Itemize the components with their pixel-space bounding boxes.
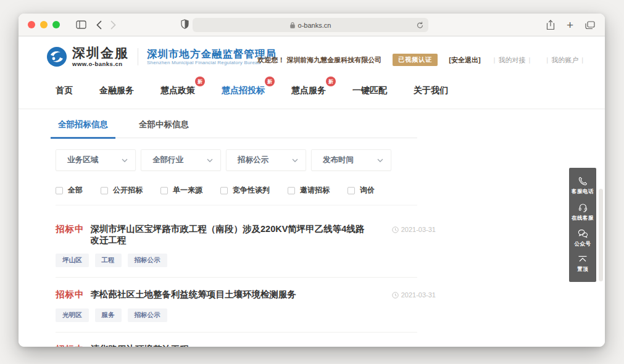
my-docking-label: 我的对接 (498, 56, 525, 65)
chevron-down-icon (122, 159, 128, 162)
browser-window: o-banks.cn + (19, 14, 605, 347)
new-badge: 新 (326, 77, 336, 86)
clock-icon (392, 226, 399, 233)
nav-item-tenders[interactable]: 慧点招投标新 (222, 85, 265, 96)
checkbox-invited-tender[interactable]: 邀请招标 (288, 185, 330, 196)
publish-date: 2021-03-31 (392, 226, 436, 233)
tag-category: 工程 (95, 254, 122, 267)
online-service-button[interactable]: 在线客服 (572, 203, 594, 222)
my-account-label: 我的账户 (551, 56, 578, 65)
nav-item-one-click-match[interactable]: 一键匹配 (352, 85, 387, 96)
logout-link[interactable]: [安全退出] (449, 56, 480, 65)
back-to-top-label: 置顶 (577, 266, 588, 273)
tag-district: 坪山区 (56, 254, 89, 267)
zoom-window-button[interactable] (52, 21, 60, 28)
checkbox-icon (160, 187, 168, 194)
filter-divider (56, 205, 417, 205)
phone-icon (578, 176, 588, 186)
site-header: 深圳金服 www.o-banks.cn 深圳市地方金融监督管理局 Shenzhe… (46, 46, 586, 78)
divider: | (581, 56, 583, 64)
my-account-link[interactable]: | 我的账户 | (543, 56, 586, 65)
back-to-top-button[interactable]: 置顶 (577, 255, 588, 273)
new-badge: 新 (265, 77, 275, 86)
headset-icon (578, 203, 588, 212)
logo-url: www.o-banks.cn (72, 60, 129, 67)
address-bar[interactable]: o-banks.cn (193, 18, 428, 32)
forward-button[interactable] (110, 20, 116, 30)
tag-category: 服务 (95, 308, 122, 322)
nav-item-services[interactable]: 慧点服务新 (291, 85, 326, 96)
clock-icon (392, 292, 399, 299)
filter-bar: 业务区域 全部行业 招标公示 发布时间 (56, 149, 391, 171)
chevron-down-icon (292, 159, 298, 162)
close-window-button[interactable] (28, 21, 35, 28)
new-badge: 新 (195, 77, 205, 86)
wechat-official-label: 公众号 (575, 241, 591, 248)
my-docking-link[interactable]: | 我的对接 | (491, 56, 534, 65)
tab-overview-icon[interactable] (585, 21, 595, 30)
tender-type-filters: 全部 公开招标 单一来源 竞争性谈判 邀请招标 询价 (56, 185, 375, 196)
checkbox-icon (288, 187, 295, 194)
nav-item-policy[interactable]: 慧点政策新 (160, 85, 195, 96)
dropdown-publish-time[interactable]: 发布时间 (311, 149, 391, 171)
dropdown-announcement-type[interactable]: 招标公示 (226, 149, 306, 171)
checkbox-competitive-negotiation[interactable]: 竞争性谈判 (220, 185, 270, 196)
tender-title-link[interactable]: 深圳市坪山区宝坪路市政工程（南段）涉及220KV简坪甲乙线等4线路改迁工程 (91, 223, 368, 246)
nav-item-financial-services[interactable]: 金融服务 (99, 85, 134, 96)
service-phone-label: 客服电话 (572, 188, 594, 196)
nav-item-home[interactable]: 首页 (56, 85, 73, 96)
status-badge: 招标中 (56, 223, 85, 235)
tender-title-link[interactable]: 清华路周边环境整治工程 (91, 344, 189, 347)
checkbox-open-tender[interactable]: 公开招标 (101, 185, 143, 196)
tab-all-tender-info[interactable]: 全部招标信息 (56, 115, 110, 138)
tag-district: 光明区 (56, 308, 89, 322)
logo-text: 深圳金服 (72, 46, 129, 60)
tag-row: 坪山区 工程 招标公示 (56, 254, 417, 267)
new-tab-button[interactable]: + (567, 19, 573, 31)
main-nav: 首页 金融服务 慧点政策新 慧点招投标新 慧点服务新 一键匹配 关于我们 (56, 85, 448, 96)
welcome-text: 欢迎您！ 深圳前海九慧金服科技有限公司 (257, 56, 381, 65)
online-service-label: 在线客服 (572, 215, 594, 222)
tab-bar: 全部招标信息 全部中标信息 (56, 115, 417, 138)
tag-row: 光明区 服务 招标公示 (56, 308, 417, 322)
status-badge: 招标中 (56, 289, 85, 300)
tender-list: 招标中 深圳市坪山区宝坪路市政工程（南段）涉及220KV简坪甲乙线等4线路改迁工… (56, 212, 417, 347)
checkbox-inquiry[interactable]: 询价 (347, 185, 375, 196)
privacy-shield-icon[interactable] (181, 19, 189, 29)
share-icon[interactable] (546, 20, 555, 30)
minimize-window-button[interactable] (40, 21, 48, 28)
lock-icon (290, 22, 295, 28)
divider: | (528, 56, 530, 64)
dropdown-business-region[interactable]: 业务区域 (56, 149, 136, 171)
tab-all-winning-info[interactable]: 全部中标信息 (136, 115, 191, 138)
tender-list-item: 招标中 清华路周边环境整治工程 2021-03-31 深圳市 工程 招标公示 (56, 333, 417, 347)
page-scrollbar[interactable] (599, 189, 603, 281)
url-text: o-banks.cn (298, 22, 331, 29)
page-content: 深圳金服 www.o-banks.cn 深圳市地方金融监督管理局 Shenzhe… (19, 37, 605, 347)
tender-title-link[interactable]: 李松蓢社区土地整备利益统筹项目土壤环境检测服务 (91, 289, 297, 300)
checkbox-all[interactable]: 全部 (56, 185, 83, 196)
checkbox-single-source[interactable]: 单一来源 (160, 185, 202, 196)
divider: | (494, 56, 496, 64)
window-controls (28, 21, 60, 28)
floating-contact-bar: 客服电话 在线客服 公众号 置顶 (569, 168, 596, 282)
chevron-down-icon (377, 159, 383, 162)
tag-announcement: 招标公示 (128, 308, 167, 322)
divider: | (546, 56, 548, 64)
tender-list-item: 招标中 李松蓢社区土地整备利益统筹项目土壤环境检测服务 2021-03-31 光… (56, 278, 417, 333)
sidebar-toggle-icon[interactable] (76, 20, 86, 29)
back-button[interactable] (96, 20, 102, 30)
nav-item-about-us[interactable]: 关于我们 (414, 85, 448, 96)
service-phone-button[interactable]: 客服电话 (572, 176, 594, 196)
dropdown-industry[interactable]: 全部行业 (141, 149, 221, 171)
wechat-official-button[interactable]: 公众号 (575, 229, 591, 248)
tag-announcement: 招标公示 (128, 254, 167, 267)
publish-date: 2021-03-31 (392, 291, 436, 299)
publish-date: 2021-03-31 (392, 346, 436, 347)
nav-divider (19, 109, 605, 109)
checkbox-icon (101, 187, 108, 194)
checkbox-icon (347, 187, 355, 194)
logo-icon (46, 46, 67, 67)
reload-icon[interactable] (417, 22, 423, 29)
verified-badge: 已视频认证 (393, 54, 438, 66)
